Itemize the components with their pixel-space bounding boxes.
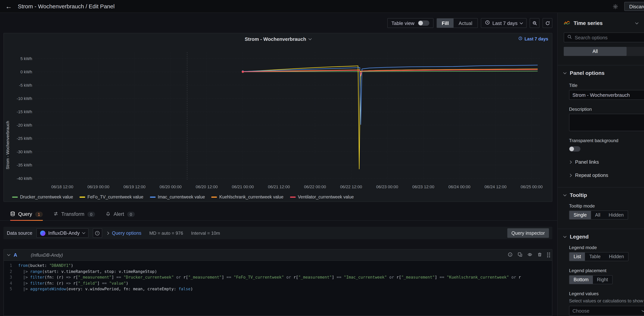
duplicate-icon[interactable] xyxy=(518,252,522,258)
chevron-down-icon xyxy=(563,235,566,238)
tooltip-section-header[interactable]: Tooltip xyxy=(564,192,644,198)
panel-links-row[interactable]: Panel links xyxy=(569,159,644,165)
panel-description-input[interactable] xyxy=(569,114,644,131)
transform-icon xyxy=(54,211,58,217)
influxdb-logo-icon xyxy=(40,230,46,236)
legend-values-label: Legend values xyxy=(569,291,644,296)
panel-header[interactable]: Strom - Wochenverbrauch xyxy=(4,33,552,45)
search-icon xyxy=(567,34,572,41)
code-line[interactable]: 2 |> range(start: v.timeRangeStart, stop… xyxy=(4,269,552,274)
clock-icon xyxy=(518,36,523,41)
legend-item[interactable]: Imac_currentweek value xyxy=(150,195,205,199)
panel-menu-chevron-icon xyxy=(308,37,312,40)
datasource-help-icon[interactable]: ? xyxy=(92,228,102,238)
legend-mode-table[interactable]: Table xyxy=(585,253,605,261)
fill-button[interactable]: Fill xyxy=(437,18,454,28)
legend-label: FeFo_TV_currentweek value xyxy=(88,195,143,199)
svg-text:06/21 12:00: 06/21 12:00 xyxy=(268,184,290,189)
tooltip-mode-single[interactable]: Single xyxy=(570,211,591,219)
svg-text:-40 kWh: -40 kWh xyxy=(17,176,32,181)
legend-item[interactable]: Ventilator_currentweek value xyxy=(290,195,354,199)
query-options-md: MD = auto = 976 xyxy=(149,230,183,236)
svg-text:06/22 00:00: 06/22 00:00 xyxy=(304,184,326,189)
legend-section-header[interactable]: Legend xyxy=(564,234,644,240)
section-title: Legend xyxy=(570,234,589,240)
options-search-input[interactable] xyxy=(575,35,644,40)
code-text: |> range(start: v.timeRangeStart, stop: … xyxy=(18,269,157,274)
refresh-button[interactable] xyxy=(542,18,552,28)
back-arrow-icon[interactable]: ← xyxy=(5,3,12,10)
tab-query[interactable]: Query 1 xyxy=(10,208,43,220)
legend-values-select[interactable]: Choose xyxy=(569,306,644,316)
chevron-down-icon xyxy=(520,21,523,24)
eye-icon[interactable] xyxy=(528,252,532,258)
transparent-background-label: Transparent background xyxy=(569,138,644,143)
svg-text:?: ? xyxy=(96,231,98,235)
line-number: 2 xyxy=(4,269,18,274)
tab-transform[interactable]: Transform 0 xyxy=(54,208,95,220)
query-ref-id[interactable]: A xyxy=(14,252,17,258)
legend-placement-bottom[interactable]: Bottom xyxy=(570,276,593,284)
flux-code-editor[interactable]: 1from(bucket: "DBANDY1")2 |> range(start… xyxy=(4,261,552,316)
legend-mode-group: List Table Hidden xyxy=(569,252,628,261)
gear-icon[interactable] xyxy=(612,3,618,9)
info-icon[interactable] xyxy=(508,252,513,258)
datasource-select[interactable]: InfluxDB-Andy xyxy=(36,228,88,238)
svg-text:06/19 00:00: 06/19 00:00 xyxy=(88,184,110,189)
query-editor-card: A (InfluxDB-Andy) 1from(bucket: "DBANDY1… xyxy=(4,249,552,316)
drag-handle-icon[interactable] xyxy=(547,253,548,254)
legend-item[interactable]: Drucker_currentweek value xyxy=(12,195,73,199)
trash-icon[interactable] xyxy=(537,252,542,258)
time-range-label: Last 7 days xyxy=(492,20,518,26)
code-line[interactable]: 4 |> filter(fn: (r) => r["_field"] == "v… xyxy=(4,280,552,286)
options-filter-group: All xyxy=(564,47,644,56)
description-label: Description xyxy=(569,107,644,112)
query-options-toggle[interactable]: Query options xyxy=(106,230,142,236)
tab-label: Alert xyxy=(114,211,124,217)
code-line[interactable]: 1from(bucket: "DBANDY1") xyxy=(4,263,552,269)
code-line[interactable]: 3 |> filter(fn: (r) => r["_measurement"]… xyxy=(4,274,552,280)
tab-count-badge: 1 xyxy=(35,211,43,217)
legend-body: Legend mode List Table Hidden Legend pla… xyxy=(569,245,644,316)
panel-time-override[interactable]: Last 7 days xyxy=(518,36,548,41)
options-pane: Time series All Panel options Title Desc… xyxy=(557,13,644,316)
svg-text:5 kWh: 5 kWh xyxy=(20,56,32,61)
legend-placement-right[interactable]: Right xyxy=(593,276,612,284)
panel-title: Strom - Wochenverbrauch xyxy=(245,36,306,42)
tooltip-mode-all[interactable]: All xyxy=(591,211,605,219)
panel-title-input[interactable] xyxy=(569,90,644,100)
tooltip-mode-hidden[interactable]: Hidden xyxy=(604,211,628,219)
options-filter-all[interactable]: All xyxy=(564,47,626,56)
table-view-label: Table view xyxy=(392,20,414,26)
line-number: 1 xyxy=(4,263,18,269)
time-range-picker[interactable]: Last 7 days xyxy=(481,18,527,28)
legend-label: Drucker_currentweek value xyxy=(20,195,73,199)
query-inspector-button[interactable]: Query inspector xyxy=(507,228,549,238)
table-view-toggle[interactable] xyxy=(418,20,429,26)
repeat-options-row[interactable]: Repeat options xyxy=(569,172,644,178)
legend-item[interactable]: FeFo_TV_currentweek value xyxy=(80,195,143,199)
legend-mode-list[interactable]: List xyxy=(570,253,585,261)
legend-mode-label: Legend mode xyxy=(569,245,644,250)
actual-button[interactable]: Actual xyxy=(454,18,477,28)
discard-button[interactable]: Discard xyxy=(624,2,644,11)
time-series-chart[interactable]: 5 kWh0 kWh-5 kWh-10 kWh-15 kWh-20 kWh-25… xyxy=(4,45,552,190)
bell-icon xyxy=(106,211,110,217)
chevron-down-icon xyxy=(563,193,566,196)
legend-item[interactable]: Kuehlschrank_currentweek value xyxy=(212,195,284,199)
content: Table view Fill Actual Last 7 days xyxy=(0,13,644,316)
svg-text:-20 kWh: -20 kWh xyxy=(17,123,32,128)
options-search xyxy=(564,32,644,42)
tab-alert[interactable]: Alert 0 xyxy=(106,208,135,220)
visualization-picker[interactable]: Time series xyxy=(564,18,644,28)
collapse-chevron-icon[interactable] xyxy=(7,253,10,256)
zoom-out-button[interactable] xyxy=(530,18,540,28)
legend-mode-hidden[interactable]: Hidden xyxy=(605,253,628,261)
code-text: from(bucket: "DBANDY1") xyxy=(18,263,73,269)
svg-text:-35 kWh: -35 kWh xyxy=(17,163,32,167)
panel-options-section-header[interactable]: Panel options xyxy=(564,70,644,76)
tooltip-mode-label: Tooltip mode xyxy=(569,203,644,209)
code-line[interactable]: 5 |> aggregateWindow(every: v.windowPeri… xyxy=(4,286,552,292)
line-number: 5 xyxy=(4,286,18,292)
transparent-background-toggle[interactable] xyxy=(569,146,580,152)
